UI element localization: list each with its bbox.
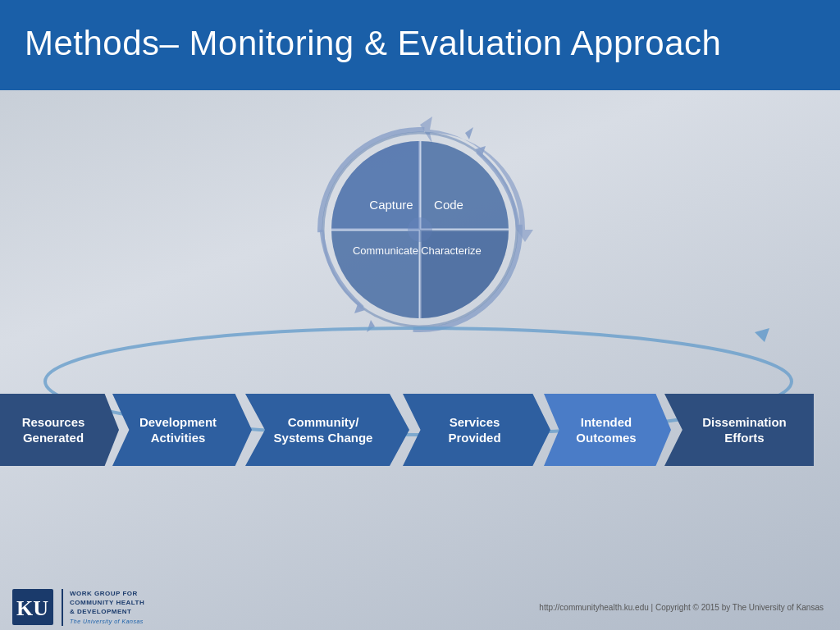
logo-area: KU Work Group for Community Health & Dev…: [12, 589, 144, 626]
box-services-label: ServicesProvided: [448, 414, 500, 446]
box-development-label: DevelopmentActivities: [139, 414, 217, 446]
svg-marker-15: [755, 328, 769, 342]
svg-text:Code: Code: [434, 198, 463, 212]
box-intended-label: IntendedOutcomes: [576, 414, 636, 446]
box-dissemination-label: DisseminationEfforts: [702, 414, 787, 446]
logo-subtitle: The University of Kansas: [70, 618, 144, 626]
ku-logo-icon: KU: [12, 589, 53, 625]
svg-marker-1: [465, 127, 473, 139]
copyright-text: http://communityhealth.ku.edu | Copyrigh…: [539, 603, 824, 612]
main-content: Capture Code Communicate Characterize Re…: [0, 90, 840, 630]
logo-line3: & Development: [70, 607, 144, 616]
box-community: Community/Systems Change: [245, 394, 409, 466]
box-dissemination: DisseminationEfforts: [664, 394, 814, 466]
box-resources: ResourcesGenerated: [0, 394, 119, 466]
footer: KU Work Group for Community Health & Dev…: [0, 585, 840, 630]
svg-text:Capture: Capture: [369, 198, 413, 212]
logo-text: Work Group for Community Health & Develo…: [62, 589, 144, 626]
box-services: ServicesProvided: [403, 394, 550, 466]
svg-text:Characterize: Characterize: [421, 244, 482, 257]
svg-text:KU: KU: [16, 596, 48, 620]
svg-text:Communicate: Communicate: [353, 244, 418, 257]
page-title: Methods– Monitoring & Evaluation Approac…: [25, 24, 721, 63]
box-resources-label: ResourcesGenerated: [22, 414, 85, 446]
boxes-row: ResourcesGenerated DevelopmentActivities…: [0, 394, 840, 466]
box-community-label: Community/Systems Change: [274, 414, 373, 446]
header: Methods– Monitoring & Evaluation Approac…: [0, 0, 840, 90]
box-development: DevelopmentActivities: [112, 394, 252, 466]
box-intended: IntendedOutcomes: [544, 394, 671, 466]
logo-line1: Work Group for: [70, 589, 144, 598]
logo-line2: Community Health: [70, 598, 144, 607]
